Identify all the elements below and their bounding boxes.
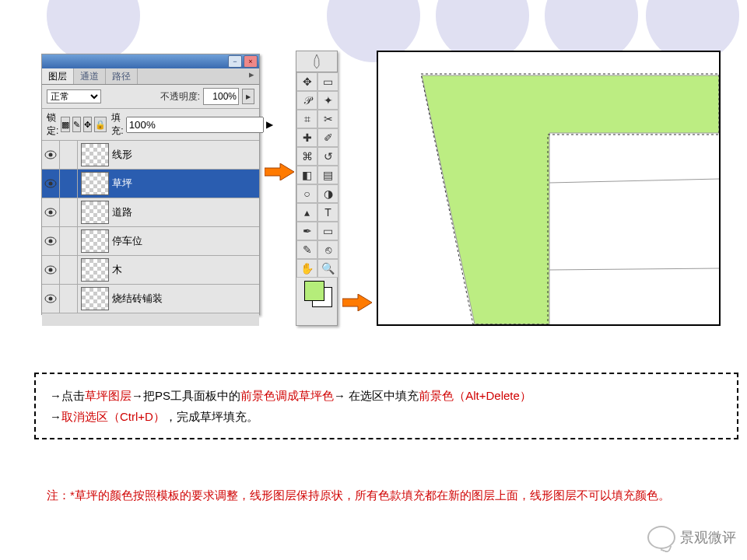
layer-name: 停车位 <box>112 234 259 248</box>
lasso-tool[interactable]: 𝒫 <box>296 91 317 110</box>
tab-路径[interactable]: 路径 <box>106 68 138 84</box>
window-titlebar: − × <box>42 54 259 68</box>
eyedrop-tool[interactable]: ⎋ <box>317 240 338 259</box>
svg-line-14 <box>549 268 719 270</box>
tab-通道[interactable]: 通道 <box>74 68 106 84</box>
layer-row[interactable]: 线形 <box>42 141 259 170</box>
link-cell[interactable] <box>60 285 78 313</box>
link-cell[interactable] <box>60 170 78 198</box>
brush-tool[interactable]: ✐ <box>317 128 338 147</box>
svg-point-11 <box>49 297 53 301</box>
eraser-tool[interactable]: ◧ <box>296 166 317 184</box>
slice-tool[interactable]: ✂ <box>317 110 338 128</box>
wand-tool[interactable]: ✦ <box>317 91 338 110</box>
layer-thumbnail <box>81 143 109 166</box>
visibility-icon[interactable] <box>42 141 60 169</box>
lock-label: 锁定: <box>47 111 58 138</box>
layer-thumbnail <box>81 172 109 195</box>
layer-name: 烧结砖铺装 <box>112 292 259 306</box>
foreground-color-swatch[interactable] <box>304 281 324 301</box>
feather-icon <box>310 53 324 70</box>
layer-thumbnail <box>81 258 109 282</box>
layer-name: 道路 <box>112 205 259 219</box>
opacity-flyout[interactable]: ▶ <box>242 89 254 104</box>
svg-marker-12 <box>422 75 719 324</box>
layer-row[interactable]: 停车位 <box>42 227 259 256</box>
visibility-icon[interactable] <box>42 285 60 313</box>
color-swatch[interactable] <box>303 282 331 304</box>
stamp-tool[interactable]: ⌘ <box>296 147 317 166</box>
layer-row[interactable]: 烧结砖铺装 <box>42 285 259 313</box>
panel-tabs: 图层通道路径▸ <box>42 68 259 85</box>
layer-list: 线形草坪道路停车位木烧结砖铺装 <box>42 141 259 326</box>
visibility-icon[interactable] <box>42 170 60 198</box>
svg-marker-15 <box>265 163 294 180</box>
wechat-icon <box>647 526 675 549</box>
heal-tool[interactable]: ✚ <box>296 128 317 147</box>
path-select-tool[interactable]: ▴ <box>296 203 317 222</box>
toolbox-header <box>296 51 337 72</box>
visibility-icon[interactable] <box>42 256 60 284</box>
layer-name: 木 <box>112 263 259 277</box>
panel-menu[interactable]: ▸ <box>244 68 259 84</box>
arrow-icon <box>265 163 294 180</box>
fill-label: 填充: <box>111 111 123 138</box>
link-cell[interactable] <box>60 141 78 169</box>
note-text: 注：*草坪的颜色按照模板的要求调整，线形图层保持原状，所有色款填充都在新的图层上… <box>47 485 693 506</box>
notes-tool[interactable]: ✎ <box>296 240 317 259</box>
minimize-button[interactable]: − <box>228 55 242 68</box>
link-cell[interactable] <box>60 198 78 226</box>
svg-marker-16 <box>342 294 372 311</box>
instruction-box: →点击草坪图层→把PS工具面板中的前景色调成草坪色→ 在选区中填充前景色（Alt… <box>34 373 738 439</box>
crop-tool[interactable]: ⌗ <box>296 110 317 128</box>
svg-point-7 <box>49 240 53 243</box>
link-cell[interactable] <box>60 227 78 255</box>
history-brush-tool[interactable]: ↺ <box>317 147 338 166</box>
lock-row: 锁定: ▩ ✎ ✥ 🔒 填充: ▶ <box>42 109 259 141</box>
svg-line-13 <box>549 179 719 183</box>
opacity-input[interactable] <box>203 88 239 105</box>
close-button[interactable]: × <box>244 55 258 68</box>
layers-panel: − × 图层通道路径▸ 正常 不透明度: ▶ 锁定: ▩ ✎ ✥ 🔒 填充: ▶… <box>41 54 260 315</box>
pen-tool[interactable]: ✒ <box>296 222 317 240</box>
svg-point-3 <box>49 182 53 186</box>
blend-row: 正常 不透明度: ▶ <box>42 85 259 109</box>
shape-tool[interactable]: ▭ <box>317 222 338 240</box>
layer-thumbnail <box>81 201 109 224</box>
arrow-icon <box>342 294 372 311</box>
lock-transparent-button[interactable]: ▩ <box>61 117 70 132</box>
svg-point-1 <box>49 153 53 157</box>
type-tool[interactable]: T <box>317 203 338 222</box>
dodge-tool[interactable]: ◑ <box>317 184 338 203</box>
tool-grid: ✥▭𝒫✦⌗✂✚✐⌘↺◧▤○◑▴T✒▭✎⎋✋🔍 <box>296 72 337 278</box>
canvas-preview <box>377 51 721 326</box>
tab-图层[interactable]: 图层 <box>42 68 74 84</box>
blur-tool[interactable]: ○ <box>296 184 317 203</box>
visibility-icon[interactable] <box>42 227 60 255</box>
opacity-label: 不透明度: <box>160 90 200 103</box>
blend-mode-select[interactable]: 正常 <box>47 89 101 103</box>
svg-point-5 <box>49 211 53 215</box>
layer-thumbnail <box>81 229 109 253</box>
lock-all-button[interactable]: 🔒 <box>94 117 107 132</box>
layer-row[interactable]: 草坪 <box>42 170 259 198</box>
layer-name: 草坪 <box>112 177 259 191</box>
lock-move-button[interactable]: ✥ <box>83 117 92 132</box>
layer-row[interactable]: 道路 <box>42 198 259 227</box>
link-cell[interactable] <box>60 256 78 284</box>
zoom-tool[interactable]: 🔍 <box>317 259 338 278</box>
watermark: 景观微评 <box>647 526 736 549</box>
layer-name: 线形 <box>112 148 259 162</box>
hand-tool[interactable]: ✋ <box>296 259 317 278</box>
layer-thumbnail <box>81 287 109 310</box>
toolbox-panel: ✥▭𝒫✦⌗✂✚✐⌘↺◧▤○◑▴T✒▭✎⎋✋🔍 <box>296 51 338 326</box>
lock-paint-button[interactable]: ✎ <box>72 117 81 132</box>
svg-point-9 <box>49 268 53 272</box>
fill-flyout[interactable]: ▶ <box>266 119 273 130</box>
move-tool[interactable]: ✥ <box>296 72 317 91</box>
fill-input[interactable] <box>126 117 264 133</box>
gradient-tool[interactable]: ▤ <box>317 166 338 184</box>
visibility-icon[interactable] <box>42 198 60 226</box>
layer-row[interactable]: 木 <box>42 256 259 285</box>
marquee-tool[interactable]: ▭ <box>317 72 338 91</box>
